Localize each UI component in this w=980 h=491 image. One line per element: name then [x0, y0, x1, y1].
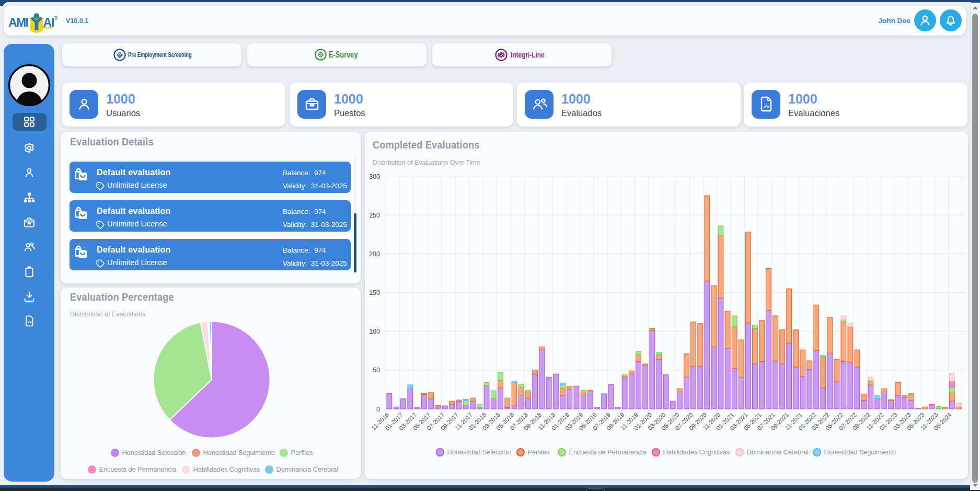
svg-text:150: 150: [369, 289, 380, 296]
svg-text:200: 200: [369, 250, 380, 258]
svg-text:50: 50: [373, 367, 380, 374]
svg-text:300: 300: [369, 173, 380, 180]
svg-text:100: 100: [369, 328, 380, 335]
svg-text:250: 250: [369, 212, 380, 219]
svg-text:0: 0: [376, 406, 380, 413]
